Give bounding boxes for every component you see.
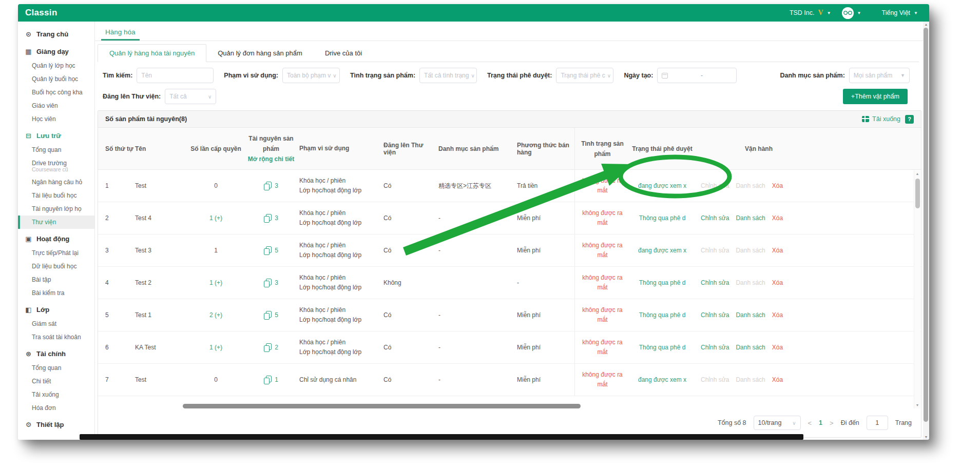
edit-link[interactable]: Chỉnh sửa <box>701 311 729 319</box>
delete-link[interactable]: Xóa <box>772 311 783 319</box>
sidebar-section: Giảng dạy Quản lý lớp học Quản lý buổi h… <box>18 44 94 126</box>
sidebar-section-label: Giảng dạy <box>36 48 69 55</box>
approval-status-select[interactable]: Trạng thái phê c ∨ <box>556 68 613 83</box>
product-status-select[interactable]: Tất cả tình trạng ∨ <box>419 68 477 83</box>
sidebar-item[interactable]: Ngân hàng câu hỏ <box>18 175 94 189</box>
delete-link[interactable]: Xóa <box>772 376 783 383</box>
download-table-icon <box>862 116 869 122</box>
page-title[interactable]: Hàng hóa <box>105 28 136 41</box>
list-link[interactable]: Danh sách <box>736 376 765 383</box>
goto-page-input[interactable] <box>867 416 888 430</box>
scroll-up-icon[interactable]: ▲ <box>914 172 920 175</box>
sidebar-item[interactable]: Bài kiểm tra <box>18 286 94 300</box>
sidebar-item[interactable]: Bài tập <box>18 273 94 286</box>
sidebar-section-header[interactable]: Thiết lập <box>18 417 94 432</box>
cell-library-upload: Có <box>377 182 435 189</box>
delete-link[interactable]: Xóa <box>772 279 783 286</box>
list-link[interactable]: Danh sách <box>736 247 765 254</box>
sidebar-item[interactable]: Học viên <box>18 112 94 126</box>
org-caret-icon[interactable]: ▼ <box>827 11 831 15</box>
search-input[interactable] <box>137 68 214 83</box>
scroll-down-icon[interactable]: ▼ <box>923 435 929 439</box>
list-link[interactable]: Danh sách <box>736 182 765 189</box>
page-size-select[interactable]: 10/trang ∨ <box>754 416 801 430</box>
sidebar-item[interactable]: Dữ liệu buổi học <box>18 260 94 273</box>
edit-link[interactable]: Chỉnh sửa <box>701 376 729 383</box>
sidebar-item[interactable]: Tài nguyên lớp họ <box>18 202 94 216</box>
sidebar-item[interactable]: Tải xuống <box>18 388 94 401</box>
edit-link[interactable]: Chỉnh sửa <box>701 279 729 286</box>
org-name[interactable]: TSD Inc. <box>790 9 815 16</box>
list-link[interactable]: Danh sách <box>736 279 765 286</box>
sidebar-item[interactable]: Quản lý buổi học <box>18 72 94 86</box>
date-range-picker[interactable]: - <box>657 68 737 83</box>
expand-details-link[interactable]: Mở rộng chi tiết <box>248 155 295 163</box>
list-link[interactable]: Danh sách <box>736 214 765 222</box>
prev-page-button[interactable]: < <box>808 419 812 427</box>
sidebar-item[interactable]: Giáo viên <box>18 99 94 112</box>
next-page-button[interactable]: > <box>830 419 834 427</box>
sidebar-item[interactable]: Hóa đơn <box>18 401 94 415</box>
sidebar-section-header[interactable]: Lưu trữ <box>18 128 94 143</box>
sidebar-item[interactable]: Quản lý lớp học <box>18 59 94 72</box>
sidebar-item[interactable]: Buổi học công kha <box>18 86 94 99</box>
category-filter: Danh mục sản phẩm: Mọi sản phẩm ▼ <box>780 68 909 83</box>
sidebar-item[interactable]: Chi tiết <box>18 375 94 388</box>
delete-link[interactable]: Xóa <box>772 182 783 189</box>
list-link[interactable]: Danh sách <box>736 344 765 351</box>
resource-count-link[interactable]: 3 <box>275 182 278 189</box>
language-caret-icon[interactable]: ▼ <box>914 11 918 15</box>
add-item-button[interactable]: +Thêm vật phẩm <box>843 89 908 104</box>
tab[interactable]: Quản lý hàng hóa tài nguyên <box>98 44 206 62</box>
current-page[interactable]: 1 <box>819 419 822 426</box>
download-link[interactable]: Tải xuống <box>862 115 900 123</box>
edit-link[interactable]: Chỉnh sửa <box>701 344 729 351</box>
delete-link[interactable]: Xóa <box>772 214 783 222</box>
sidebar-item-label: Quản lý lớp học <box>32 62 75 69</box>
page-scrollbar-thumb[interactable] <box>924 28 928 422</box>
scroll-up-icon[interactable]: ▲ <box>923 23 929 26</box>
language-selector[interactable]: Tiếng Việt <box>881 9 910 16</box>
sidebar-item[interactable]: Tổng quan <box>18 143 94 157</box>
table-vertical-scrollbar[interactable]: ▲ ▼ <box>914 170 920 408</box>
edit-link[interactable]: Chỉnh sửa <box>701 214 729 222</box>
sidebar-item[interactable]: Drive trường Courseware cũ <box>18 157 94 175</box>
scope-select[interactable]: Toàn bộ phạm v ∨ <box>282 68 340 83</box>
table-horizontal-scrollbar[interactable] <box>183 404 581 408</box>
sidebar-item[interactable]: Giám sát <box>18 317 94 330</box>
library-upload-select[interactable]: Tất cả ∨ <box>165 89 216 104</box>
sidebar-section-header[interactable]: Tài chính <box>18 346 94 361</box>
resource-count-link[interactable]: 1 <box>275 376 278 383</box>
sidebar-section-header[interactable]: Lớp <box>18 302 94 317</box>
resource-count-link[interactable]: 3 <box>275 214 278 222</box>
tab[interactable]: Drive của tôi <box>314 45 373 62</box>
edit-link[interactable]: Chỉnh sửa <box>701 182 729 189</box>
resource-count-link[interactable]: 5 <box>275 247 278 254</box>
sidebar-item[interactable]: Thư viện <box>18 216 94 229</box>
user-avatar[interactable] <box>842 7 854 19</box>
edit-link[interactable]: Chỉnh sửa <box>701 247 729 254</box>
resource-count-link[interactable]: 2 <box>275 344 278 351</box>
sidebar-item[interactable]: Tài liệu buổi học <box>18 189 94 202</box>
sidebar-item[interactable]: Tổng quan <box>18 361 94 375</box>
cell-license-count: 0 <box>189 182 243 189</box>
resource-count-link[interactable]: 5 <box>275 311 278 319</box>
category-select[interactable]: Mọi sản phẩm ▼ <box>849 68 910 83</box>
list-link[interactable]: Danh sách <box>736 311 765 319</box>
tab[interactable]: Quản lý đơn hàng sản phẩm <box>206 45 314 62</box>
sidebar-item[interactable]: Trực tiếp/Phát lại <box>18 246 94 260</box>
sidebar-section-label: Thiết lập <box>36 421 64 428</box>
page-vertical-scrollbar[interactable]: ▲ ▼ <box>923 22 929 440</box>
sidebar-section-header[interactable]: Giảng dạy <box>18 44 94 59</box>
table-scrollbar-thumb[interactable] <box>915 179 920 208</box>
sidebar-section: Thiết lập <box>18 417 94 432</box>
avatar-caret-icon[interactable]: ▼ <box>857 11 861 15</box>
sidebar-section-header[interactable]: Hoạt động <box>18 231 94 246</box>
delete-link[interactable]: Xóa <box>772 247 783 254</box>
help-badge[interactable]: ? <box>905 115 914 124</box>
resource-count-link[interactable]: 3 <box>275 279 278 286</box>
sidebar-item[interactable]: Tra soát tài khoản <box>18 330 94 344</box>
delete-link[interactable]: Xóa <box>772 344 783 351</box>
scroll-down-icon[interactable]: ▼ <box>914 403 920 407</box>
sidebar-section-header[interactable]: Trang chủ <box>18 27 94 42</box>
